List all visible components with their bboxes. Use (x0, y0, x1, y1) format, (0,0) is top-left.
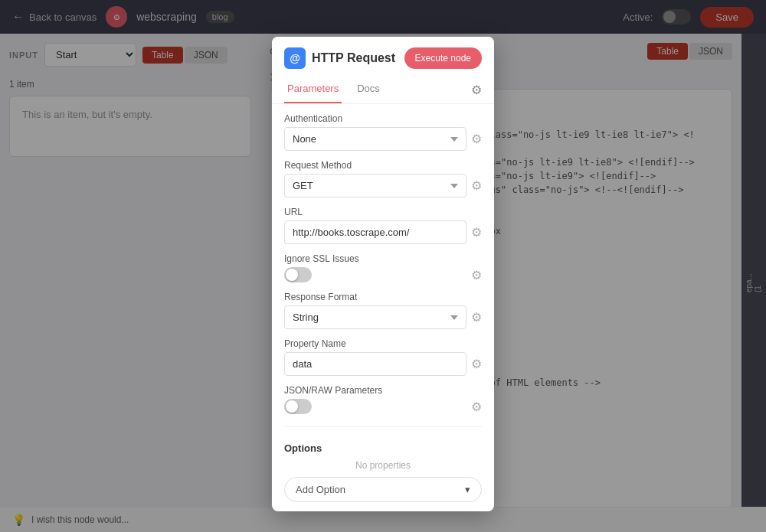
property-name-gear-icon[interactable]: ⚙ (471, 357, 482, 371)
method-gear-icon[interactable]: ⚙ (471, 178, 482, 193)
modal-overlay: @ HTTP Request Execute node Parameters D… (0, 0, 766, 532)
method-field-group: Request Method GET ⚙ (284, 160, 482, 197)
ssl-field-group: Ignore SSL Issues ⚙ (284, 253, 482, 282)
no-properties-label: No properties (284, 457, 482, 474)
options-divider (284, 426, 482, 427)
auth-field-group: Authentication None ⚙ (284, 113, 482, 151)
url-row: ⚙ (284, 220, 482, 244)
property-name-row: ⚙ (284, 352, 482, 376)
response-format-label: Response Format (284, 292, 482, 302)
url-input[interactable] (284, 220, 466, 244)
auth-gear-icon[interactable]: ⚙ (471, 132, 482, 146)
url-label: URL (284, 207, 482, 217)
auth-select[interactable]: None (284, 127, 466, 151)
json-raw-row: ⚙ (284, 399, 482, 414)
method-row: GET ⚙ (284, 174, 482, 197)
options-section: Options No properties Add Option ▾ (284, 439, 482, 502)
url-field-group: URL ⚙ (284, 207, 482, 244)
modal-tabs: Parameters Docs ⚙ (272, 77, 494, 104)
http-request-modal: @ HTTP Request Execute node Parameters D… (272, 37, 494, 511)
tab-parameters[interactable]: Parameters (284, 77, 342, 103)
modal-title-row: @ HTTP Request (284, 47, 395, 69)
ssl-gear-icon[interactable]: ⚙ (471, 268, 482, 282)
method-select[interactable]: GET (284, 174, 466, 197)
json-raw-label: JSON/RAW Parameters (284, 385, 482, 396)
execute-node-button[interactable]: Execute node (404, 47, 482, 69)
auth-row: None ⚙ (284, 127, 482, 151)
property-name-input[interactable] (284, 352, 466, 376)
response-format-select[interactable]: String (284, 305, 466, 329)
settings-icon[interactable]: ⚙ (465, 77, 482, 103)
at-icon: @ (284, 47, 306, 69)
add-option-button[interactable]: Add Option ▾ (284, 477, 482, 502)
tab-docs[interactable]: Docs (354, 77, 383, 103)
response-format-field-group: Response Format String ⚙ (284, 292, 482, 329)
modal-body: Authentication None ⚙ Request Method GET… (272, 104, 494, 511)
property-name-label: Property Name (284, 338, 482, 349)
add-option-chevron-icon: ▾ (465, 484, 470, 495)
url-gear-icon[interactable]: ⚙ (471, 225, 482, 240)
method-label: Request Method (284, 160, 482, 171)
response-format-row: String ⚙ (284, 305, 482, 329)
modal-title: HTTP Request (312, 51, 395, 65)
json-raw-gear-icon[interactable]: ⚙ (471, 400, 482, 414)
json-raw-toggle[interactable] (284, 399, 312, 414)
response-format-gear-icon[interactable]: ⚙ (471, 310, 482, 325)
property-name-field-group: Property Name ⚙ (284, 338, 482, 376)
options-label: Options (284, 442, 482, 454)
ssl-row: ⚙ (284, 267, 482, 282)
ssl-toggle[interactable] (284, 267, 312, 282)
auth-label: Authentication (284, 113, 482, 124)
modal-header: @ HTTP Request Execute node (272, 37, 494, 77)
ssl-label: Ignore SSL Issues (284, 253, 482, 264)
json-raw-field-group: JSON/RAW Parameters ⚙ (284, 385, 482, 414)
